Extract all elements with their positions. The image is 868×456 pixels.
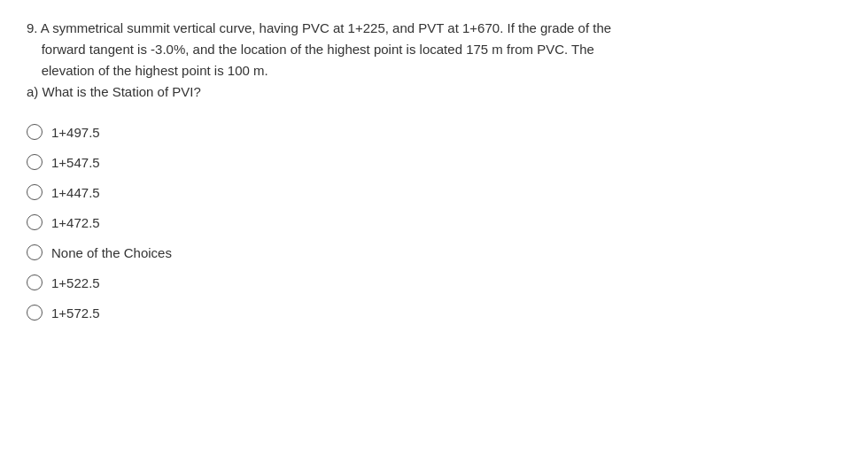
option-label-2: 1+547.5: [51, 155, 100, 170]
option-label-3: 1+447.5: [51, 185, 100, 200]
option-label-6: 1+522.5: [51, 275, 100, 290]
question-body: 9. A symmetrical summit vertical curve, …: [27, 20, 611, 78]
radio-opt2[interactable]: [27, 154, 43, 170]
option-item-4[interactable]: 1+472.5: [27, 209, 841, 236]
radio-opt7[interactable]: [27, 305, 43, 321]
question-container: 9. A symmetrical summit vertical curve, …: [27, 18, 841, 326]
option-label-5: None of the Choices: [51, 245, 172, 260]
option-label-7: 1+572.5: [51, 305, 100, 321]
option-item-1[interactable]: 1+497.5: [27, 119, 841, 145]
sub-question: a) What is the Station of PVI?: [27, 84, 201, 99]
options-list: 1+497.5 1+547.5 1+447.5 1+472.5 None of …: [27, 119, 841, 326]
option-item-7[interactable]: 1+572.5: [27, 299, 841, 326]
radio-opt6[interactable]: [27, 274, 43, 290]
option-item-6[interactable]: 1+522.5: [27, 269, 841, 296]
radio-opt3[interactable]: [27, 184, 43, 200]
radio-opt1[interactable]: [27, 124, 43, 140]
option-label-4: 1+472.5: [51, 215, 100, 230]
radio-opt5[interactable]: [27, 244, 43, 260]
question-text: 9. A symmetrical summit vertical curve, …: [27, 18, 841, 103]
radio-opt4[interactable]: [27, 214, 43, 230]
option-item-2[interactable]: 1+547.5: [27, 149, 841, 175]
option-label-1: 1+497.5: [51, 125, 100, 140]
option-item-3[interactable]: 1+447.5: [27, 179, 841, 205]
option-item-5[interactable]: None of the Choices: [27, 239, 841, 266]
